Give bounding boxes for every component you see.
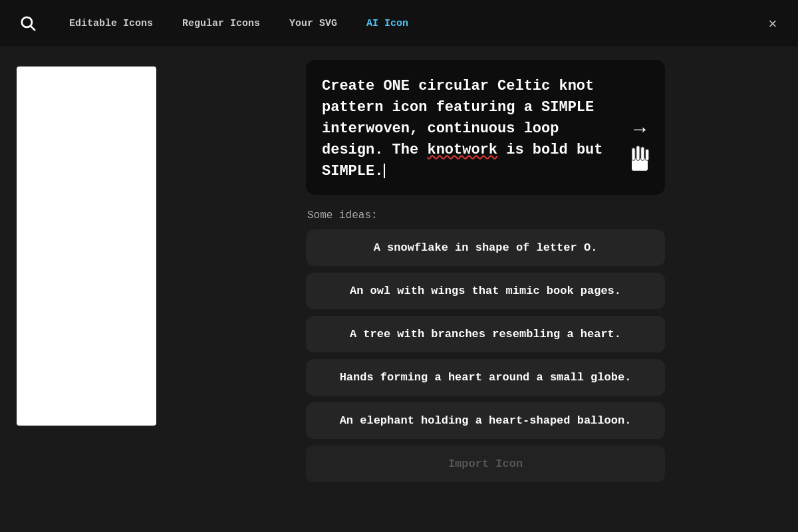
close-button[interactable]: × xyxy=(761,12,785,36)
svg-rect-10 xyxy=(646,149,649,160)
import-icon-button[interactable]: Import Icon xyxy=(306,446,665,482)
icon-preview-canvas xyxy=(17,66,156,426)
tab-ai-icon[interactable]: AI Icon xyxy=(353,13,422,35)
top-nav: Editable Icons Regular Icons Your SVG AI… xyxy=(0,0,798,47)
svg-rect-9 xyxy=(641,146,644,160)
prompt-box: Create ONE circular Celtic knot pattern … xyxy=(306,60,665,195)
idea-button-4[interactable]: An elephant holding a heart-shaped ballo… xyxy=(306,402,665,439)
submit-area: → xyxy=(624,120,656,174)
main-content: Create ONE circular Celtic knot pattern … xyxy=(0,47,798,532)
idea-button-3[interactable]: Hands forming a heart around a small glo… xyxy=(306,359,665,396)
arrow-symbol: → xyxy=(634,120,646,140)
svg-rect-8 xyxy=(636,146,640,160)
tab-editable-icons[interactable]: Editable Icons xyxy=(56,13,166,35)
idea-button-0[interactable]: A snowflake in shape of letter O. xyxy=(306,229,665,266)
idea-button-1[interactable]: An owl with wings that mimic book pages. xyxy=(306,273,665,309)
prompt-text: Create ONE circular Celtic knot pattern … xyxy=(322,76,649,182)
tab-regular-icons[interactable]: Regular Icons xyxy=(169,13,273,35)
svg-line-1 xyxy=(31,26,35,31)
tab-your-svg[interactable]: Your SVG xyxy=(276,13,350,35)
hand-cursor-icon xyxy=(624,142,656,174)
nav-tabs: Editable Icons Regular Icons Your SVG AI… xyxy=(56,13,422,35)
search-button[interactable] xyxy=(13,9,43,38)
idea-button-2[interactable]: A tree with branches resembling a heart. xyxy=(306,316,665,352)
search-icon xyxy=(19,15,37,32)
svg-point-0 xyxy=(22,17,32,27)
text-cursor xyxy=(384,164,385,178)
svg-rect-7 xyxy=(632,148,635,160)
prompt-underline-word: knotwork xyxy=(427,142,497,158)
right-panel: Create ONE circular Celtic knot pattern … xyxy=(173,47,798,532)
panel-inner: Create ONE circular Celtic knot pattern … xyxy=(306,60,665,482)
left-sidebar xyxy=(0,47,173,532)
ideas-label: Some ideas: xyxy=(306,209,665,221)
